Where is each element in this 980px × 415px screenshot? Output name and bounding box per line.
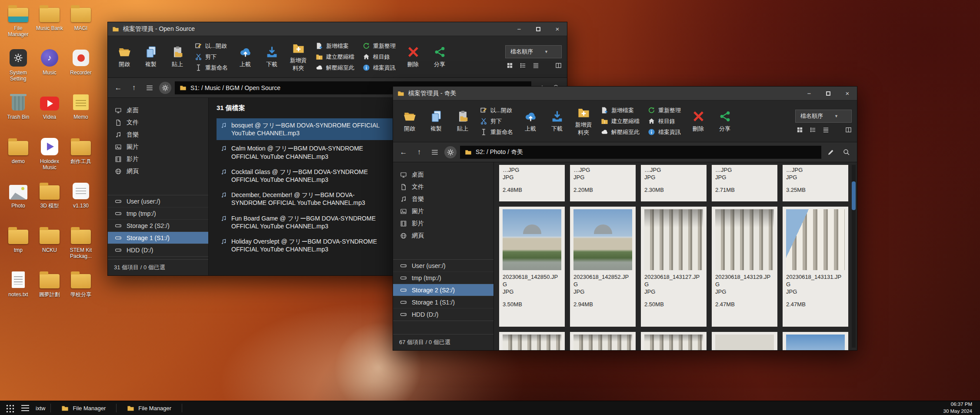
desktop-icon-v1-130[interactable]: v1.130 — [66, 181, 96, 225]
sidebar-item-storage1-drive[interactable]: Storage 1 (S1:/) — [108, 232, 208, 244]
scrollbar[interactable] — [852, 165, 856, 348]
photo-cell[interactable]: …JPG JPG 2.30MB — [641, 165, 707, 201]
sidebar-item-pictures[interactable]: 圖片 — [393, 205, 493, 218]
titlebar[interactable]: 檔案管理員 - Open Source − × — [108, 22, 567, 36]
create-archive-button[interactable]: 建立壓縮檔 — [600, 117, 641, 126]
photo-cell[interactable] — [712, 332, 777, 350]
file-row[interactable]: December, December! @ フリーBGM DOVA-SYNDRO… — [217, 188, 421, 210]
sidebar-item-documents[interactable]: 文件 — [393, 181, 493, 193]
desktop-icon-stem-kit[interactable]: STEM Kit Packag... — [66, 225, 96, 270]
sidebar-item-web[interactable]: 網頁 — [393, 230, 493, 242]
file-row[interactable]: Holiday Overslept @ フリーBGM DOVA-SYNDROME… — [217, 234, 421, 256]
extract-here-button[interactable]: 解壓縮至此 — [600, 127, 641, 137]
desktop-icon-holodex-music[interactable]: Holodex Music — [34, 137, 65, 181]
open-button[interactable]: 開啟 — [112, 45, 137, 69]
desktop-icon-trash-bin[interactable]: Trash Bin — [3, 92, 33, 137]
up-button[interactable]: ↑ — [128, 82, 140, 94]
copy-button[interactable]: 複製 — [139, 45, 163, 69]
view-compact-icon[interactable] — [533, 62, 539, 69]
sidebar-item-videos[interactable]: 影片 — [393, 218, 493, 230]
photo-cell[interactable]: …JPG JPG 2.48MB — [499, 165, 565, 201]
sidebar-item-hdd-drive[interactable]: HDD (D:/) — [108, 244, 208, 256]
file-row[interactable]: bosquet @ フリーBGM DOVA-SYNDROME OFFICIAL … — [217, 118, 421, 140]
delete-button[interactable]: 刪除 — [401, 45, 425, 69]
sidebar-item-desktop[interactable]: 桌面 — [393, 169, 493, 181]
sidebar-item-web[interactable]: 網頁 — [108, 165, 208, 177]
close-button[interactable]: × — [838, 87, 857, 100]
view-list-icon[interactable] — [520, 62, 526, 69]
photo-cell[interactable]: 20230618_142850.JPG JPG 3.50MB — [499, 207, 565, 327]
photo-cell[interactable] — [783, 332, 848, 350]
back-button[interactable]: ← — [397, 146, 410, 158]
desktop-icon-system-setting[interactable]: System Setting — [3, 48, 33, 92]
app-launcher-button[interactable] — [4, 403, 15, 413]
path-bar[interactable]: S2: / Photo / 奇美 — [460, 146, 821, 159]
sidebar-item-music[interactable]: 音樂 — [108, 129, 208, 141]
extract-here-button[interactable]: 解壓縮至此 — [314, 63, 356, 73]
desktop-icon-memo[interactable]: Memo — [66, 92, 96, 137]
photo-cell[interactable]: 20230618_142852.JPG JPG 2.94MB — [570, 207, 636, 327]
sidebar-item-videos[interactable]: 影片 — [108, 153, 208, 165]
sort-order-dropdown[interactable]: 檔名順序 ▼ — [795, 110, 852, 123]
create-archive-button[interactable]: 建立壓縮檔 — [314, 52, 356, 62]
sort-order-dropdown[interactable]: 檔名順序 ▼ — [505, 45, 562, 58]
new-file-button[interactable]: 新增檔案 — [600, 106, 641, 115]
task-view-button[interactable] — [20, 403, 30, 413]
sidebar-item-user-drive[interactable]: User (user:/) — [393, 260, 493, 272]
new-folder-button[interactable]: 新增資料夾 — [571, 105, 596, 137]
file-info-button[interactable]: 檔案資訊 — [361, 63, 397, 73]
desktop-icon-magi[interactable]: MAGI — [66, 3, 96, 48]
paste-button[interactable]: 貼上 — [165, 45, 190, 69]
edit-path-button[interactable] — [825, 146, 837, 158]
rename-button[interactable]: 重新命名 — [479, 127, 514, 137]
sidebar-item-tmp-drive[interactable]: tmp (tmp:/) — [108, 208, 208, 220]
view-compact-icon[interactable] — [823, 127, 829, 133]
titlebar[interactable]: 檔案管理員 - 奇美 − × — [393, 87, 857, 100]
upload-button[interactable]: 上載 — [518, 109, 543, 134]
file-row[interactable]: Cocktail Glass @ フリーBGM DOVA-SYNDROME OF… — [217, 165, 421, 187]
photo-cell[interactable]: …JPG JPG 3.25MB — [783, 165, 848, 201]
back-button[interactable]: ← — [112, 82, 124, 94]
photo-cell[interactable] — [641, 332, 707, 350]
desktop-icon-recorder[interactable]: Recorder — [66, 48, 96, 92]
close-button[interactable]: × — [548, 22, 567, 36]
maximize-button[interactable] — [819, 87, 838, 100]
menu-button[interactable] — [429, 146, 441, 158]
download-button[interactable]: 下載 — [545, 109, 569, 134]
new-folder-button[interactable]: 新增資料夾 — [286, 41, 310, 73]
desktop-icon-notes-txt[interactable]: notes.txt — [3, 270, 33, 314]
view-columns-icon[interactable] — [845, 127, 852, 133]
sidebar-item-hdd-drive[interactable]: HDD (D:/) — [393, 308, 493, 321]
root-button[interactable]: 根目錄 — [647, 117, 682, 126]
sidebar-item-storage1-drive[interactable]: Storage 1 (S1:/) — [393, 296, 493, 308]
file-row[interactable]: Fun Board Game @ フリーBGM DOVA-SYNDROME OF… — [217, 211, 421, 233]
minimize-button[interactable]: − — [510, 22, 529, 36]
desktop-icon-3d-model[interactable]: 3D 模型 — [34, 181, 65, 225]
desktop-icon-dream-plan[interactable]: 圓夢計劃 — [34, 270, 65, 314]
copy-button[interactable]: 複製 — [424, 109, 448, 134]
sidebar-item-tmp-drive[interactable]: tmp (tmp:/) — [393, 272, 493, 284]
view-grid-icon[interactable] — [797, 127, 803, 133]
desktop-icon-school-share[interactable]: 學校分享 — [66, 270, 96, 314]
view-list-icon[interactable] — [810, 127, 816, 133]
file-info-button[interactable]: 檔案資訊 — [647, 127, 682, 137]
search-button[interactable] — [840, 146, 853, 158]
sidebar-item-storage2-drive[interactable]: Storage 2 (S2:/) — [393, 284, 493, 296]
cut-button[interactable]: 剪下 — [193, 52, 229, 62]
share-button[interactable]: 分享 — [427, 45, 452, 69]
photo-cell[interactable]: 20230618_143129.JPG JPG 2.47MB — [712, 207, 777, 327]
refresh-button[interactable]: 重新整理 — [647, 106, 682, 115]
root-button[interactable]: 根目錄 — [361, 52, 397, 62]
rename-button[interactable]: 重新命名 — [193, 63, 229, 73]
share-button[interactable]: 分享 — [713, 109, 737, 134]
open-with-button[interactable]: 以...開啟 — [193, 41, 229, 51]
open-button[interactable]: 開啟 — [397, 109, 422, 134]
desktop-icon-creative-tools[interactable]: 創作工具 — [66, 137, 96, 181]
desktop-icon-music[interactable]: ♪ Music — [34, 48, 65, 92]
desktop-icon-ncku[interactable]: NCKU — [34, 225, 65, 270]
photo-cell[interactable]: 20230618_143131.JPG JPG 2.47MB — [783, 207, 848, 327]
taskbar-app-file-manager-2[interactable]: File Manager — [122, 401, 177, 415]
upload-button[interactable]: 上載 — [233, 45, 257, 69]
sidebar-item-user-drive[interactable]: User (user:/) — [108, 195, 208, 208]
photo-cell[interactable] — [499, 332, 565, 350]
